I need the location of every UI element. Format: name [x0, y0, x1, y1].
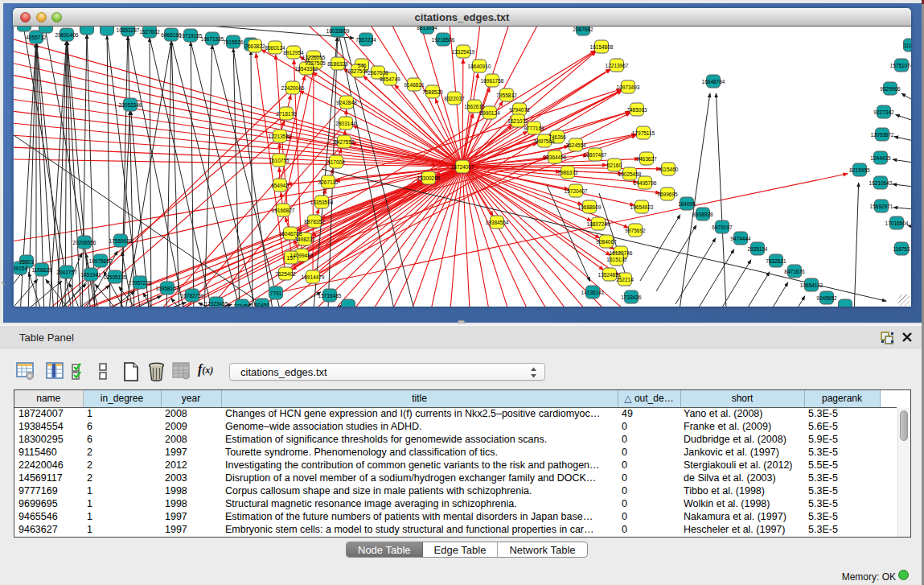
svg-text:13353594: 13353594 [310, 200, 334, 205]
svg-text:1527602: 1527602 [139, 29, 160, 35]
svg-text:17559938: 17559938 [109, 238, 133, 244]
svg-text:9242848: 9242848 [336, 100, 357, 105]
svg-text:18724007: 18724007 [451, 164, 474, 170]
svg-text:12093872: 12093872 [871, 132, 894, 138]
svg-text:12323465: 12323465 [205, 301, 228, 307]
svg-text:1156829: 1156829 [32, 267, 52, 273]
svg-text:8427552: 8427552 [334, 139, 355, 145]
svg-text:39154: 39154 [14, 266, 27, 271]
svg-text:18640910: 18640910 [468, 64, 491, 69]
svg-text:1610755: 1610755 [269, 158, 290, 163]
svg-text:18300295: 18300295 [417, 175, 441, 181]
svg-text:9329966: 9329966 [880, 86, 901, 92]
svg-text:3267110: 3267110 [318, 179, 339, 185]
svg-text:10853287: 10853287 [117, 27, 140, 33]
svg-text:16033809: 16033809 [326, 28, 350, 34]
svg-text:7986372: 7986372 [557, 170, 578, 175]
svg-text:417004: 417004 [327, 159, 345, 165]
svg-text:7485063: 7485063 [626, 107, 647, 113]
svg-text:10807487: 10807487 [584, 152, 607, 158]
svg-text:7357224: 7357224 [355, 37, 376, 43]
svg-text:6479197: 6479197 [712, 225, 733, 230]
svg-text:546: 546 [358, 63, 367, 68]
svg-text:8813054: 8813054 [417, 27, 437, 31]
svg-text:16671385: 16671385 [201, 36, 224, 42]
svg-text:8454749: 8454749 [380, 76, 400, 82]
svg-text:1615132: 1615132 [606, 257, 627, 262]
svg-text:15692971: 15692971 [870, 204, 893, 209]
svg-text:19654923: 19654923 [630, 204, 654, 210]
svg-text:12505135: 12505135 [104, 274, 127, 280]
svg-text:10025458: 10025458 [618, 171, 642, 177]
svg-text:1451941: 1451941 [80, 272, 101, 278]
svg-text:17957225: 17957225 [129, 280, 152, 286]
svg-text:9227342: 9227342 [873, 109, 894, 115]
svg-text:26501: 26501 [19, 259, 34, 265]
svg-text:18807249: 18807249 [587, 221, 610, 227]
svg-text:1562615: 1562615 [464, 104, 485, 109]
svg-text:19384554: 19384554 [486, 220, 509, 225]
svg-text:7632621: 7632621 [766, 258, 786, 264]
svg-text:8912954: 8912954 [283, 50, 304, 56]
svg-text:10975657: 10975657 [89, 258, 113, 264]
svg-text:16154808: 16154808 [590, 44, 614, 50]
svg-text:10973493: 10973493 [617, 84, 640, 90]
svg-text:10654112: 10654112 [800, 282, 823, 288]
svg-text:17975115: 17975115 [632, 130, 655, 136]
svg-text:8471676: 8471676 [784, 269, 805, 274]
svg-text:164095: 164095 [678, 201, 696, 207]
svg-text:14136141: 14136141 [581, 290, 605, 295]
svg-text:16120746: 16120746 [610, 250, 633, 256]
svg-text:20053346: 20053346 [119, 102, 142, 108]
svg-text:746266: 746266 [548, 134, 566, 140]
svg-text:10719185: 10719185 [179, 33, 203, 39]
svg-text:16648784: 16648784 [702, 79, 725, 84]
svg-text:8215955: 8215955 [849, 167, 870, 173]
svg-text:4055712: 4055712 [26, 35, 47, 40]
svg-text:9327505: 9327505 [305, 60, 326, 66]
svg-text:8660124: 8660124 [265, 45, 285, 51]
svg-text:12213967: 12213967 [606, 63, 629, 68]
svg-text:19218506: 19218506 [432, 37, 455, 43]
svg-text:13325419: 13325419 [452, 49, 475, 55]
svg-text:2718176: 2718176 [276, 111, 297, 117]
svg-text:7955812: 7955812 [496, 93, 517, 98]
svg-text:116753: 116753 [893, 246, 910, 252]
svg-text:654942: 654942 [271, 183, 289, 188]
svg-text:8878352: 8878352 [304, 219, 325, 225]
svg-text:17016504: 17016504 [885, 220, 909, 226]
svg-text:16914479: 16914479 [302, 274, 325, 280]
svg-text:10688609: 10688609 [578, 204, 602, 210]
svg-text:7588520: 7588520 [422, 89, 443, 95]
svg-text:123456: 123456 [233, 303, 251, 307]
svg-text:13226055: 13226055 [302, 55, 326, 60]
svg-text:2087682: 2087682 [573, 27, 593, 32]
svg-text:10958107: 10958107 [156, 286, 179, 291]
svg-text:252214: 252214 [616, 277, 634, 282]
svg-text:9146821: 9146821 [404, 82, 425, 88]
svg-text:1733426: 1733426 [621, 295, 642, 300]
svg-text:7663822: 7663822 [244, 43, 265, 49]
svg-text:9115460: 9115460 [659, 167, 679, 172]
svg-text:20206556: 20206556 [73, 240, 97, 245]
svg-text:16543362: 16543362 [295, 66, 318, 72]
svg-text:16046788: 16046788 [279, 231, 302, 237]
svg-text:92450: 92450 [255, 303, 269, 307]
svg-text:157: 157 [287, 255, 296, 261]
svg-text:8938928: 8938928 [692, 212, 713, 217]
svg-text:8322037: 8322037 [444, 96, 465, 101]
svg-text:7625402: 7625402 [275, 271, 296, 277]
svg-text:7791: 7791 [270, 290, 282, 296]
svg-text:2967608: 2967608 [368, 70, 388, 76]
svg-text:12213582: 12213582 [269, 134, 292, 139]
svg-text:9084067: 9084067 [596, 239, 617, 245]
svg-text:8990124: 8990124 [479, 110, 500, 116]
svg-text:3624554: 3624554 [565, 142, 586, 148]
svg-text:9463627: 9463627 [636, 156, 657, 162]
svg-text:9474444: 9474444 [730, 236, 751, 241]
svg-text:62160: 62160 [607, 163, 622, 168]
svg-text:1244415: 1244415 [870, 155, 891, 161]
svg-text:14495796: 14495796 [634, 180, 657, 186]
svg-text:20364456: 20364456 [544, 154, 567, 160]
svg-text:19166827: 19166827 [272, 208, 295, 213]
